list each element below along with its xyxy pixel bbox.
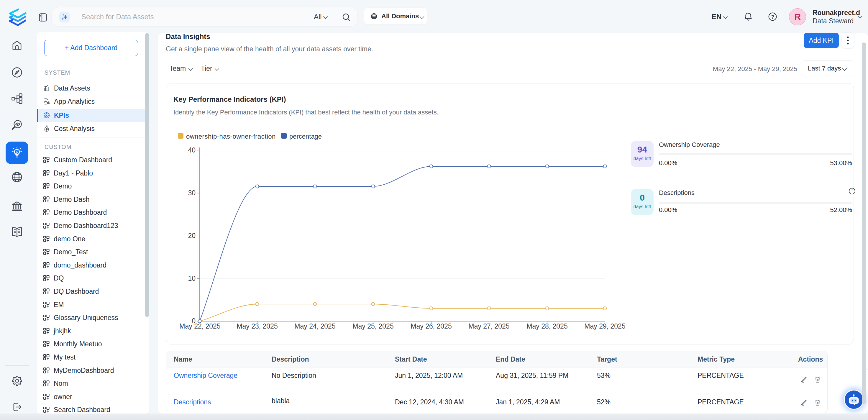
svg-text:$: $ [46, 128, 48, 131]
svg-text:40: 40 [188, 146, 195, 154]
svg-text:30: 30 [188, 189, 195, 197]
svg-text:May 28, 2025: May 28, 2025 [526, 322, 567, 330]
svg-text:May 24, 2025: May 24, 2025 [294, 322, 335, 330]
svg-text:?: ? [771, 14, 774, 20]
svg-text:May 26, 2025: May 26, 2025 [410, 322, 452, 330]
svg-text:May 23, 2025: May 23, 2025 [237, 322, 278, 330]
svg-text:20: 20 [188, 232, 195, 239]
svg-text:May 25, 2025: May 25, 2025 [352, 322, 394, 330]
svg-text:May 29, 2025: May 29, 2025 [584, 322, 625, 330]
svg-text:10: 10 [188, 275, 195, 282]
svg-text:May 27, 2025: May 27, 2025 [468, 322, 509, 330]
svg-text:May 22, 2025: May 22, 2025 [179, 322, 220, 330]
